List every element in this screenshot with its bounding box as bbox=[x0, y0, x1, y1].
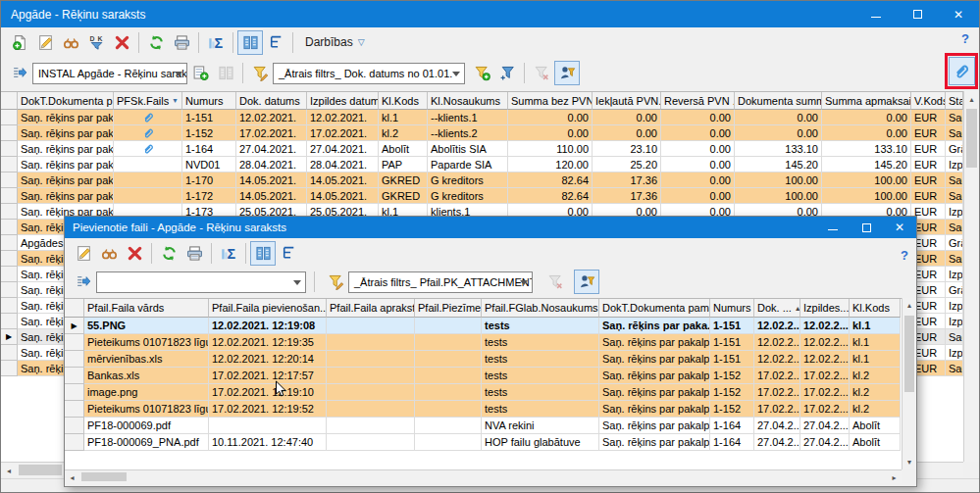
column-header[interactable]: DokT.Dokumenta p... bbox=[18, 92, 114, 110]
apply-template-button[interactable] bbox=[71, 270, 96, 294]
cell-izpildes: 27.04.2... bbox=[800, 418, 850, 434]
apply-filter-button[interactable] bbox=[494, 61, 520, 85]
table-row[interactable]: ▶55.PNG12.02.2021. 12:19:08testsSaņ. rēķ… bbox=[65, 318, 902, 334]
dialog-vertical-scrollbar[interactable]: ▴ ▾ bbox=[902, 298, 916, 469]
user-filter-button[interactable] bbox=[554, 61, 580, 85]
scroll-up-icon[interactable]: ▴ bbox=[964, 91, 979, 107]
scrollbar-thumb[interactable] bbox=[966, 109, 977, 168]
dialog-close-button[interactable]: ✕ bbox=[883, 217, 916, 238]
main-vertical-scrollbar[interactable]: ▴ bbox=[963, 91, 979, 462]
apply-template-button[interactable] bbox=[7, 61, 32, 85]
minimize-button[interactable] bbox=[855, 1, 897, 27]
clear-filter-button[interactable] bbox=[529, 61, 554, 85]
column-header[interactable]: Kl.Kods bbox=[850, 299, 901, 318]
print-button[interactable] bbox=[169, 30, 194, 55]
attachments-button-highlighted[interactable] bbox=[945, 53, 978, 89]
column-header[interactable]: Pfail.Faila apraksts bbox=[327, 299, 415, 318]
column-header[interactable]: Kl.Nosaukums bbox=[428, 92, 508, 110]
scrollbar-thumb[interactable] bbox=[81, 472, 127, 481]
edit-filter-button[interactable] bbox=[247, 61, 273, 85]
print-button[interactable] bbox=[181, 241, 207, 266]
table-row[interactable]: mērvienības.xls12.02.2021. 12:20:14tests… bbox=[65, 351, 902, 368]
table-row[interactable]: PF18-000069.pdfNVA rekiniSaņ. rēķins par… bbox=[65, 418, 902, 434]
column-header[interactable]: V.Kods bbox=[911, 92, 946, 110]
scroll-left-icon[interactable]: ◂ bbox=[1, 463, 17, 478]
column-header[interactable]: Reversā PVN ... bbox=[661, 92, 735, 110]
sum-button[interactable] bbox=[216, 241, 241, 266]
column-header[interactable]: Izpildes datums bbox=[307, 92, 379, 110]
scroll-left-icon[interactable]: ◂ bbox=[65, 470, 79, 484]
maximize-button[interactable] bbox=[897, 1, 938, 27]
table-row[interactable]: Pieteikums 01071823 līguma ...17.02.2021… bbox=[65, 401, 902, 418]
column-header[interactable]: PFSk.Fails▼ bbox=[114, 92, 182, 110]
column-header[interactable]: Summa bez PVN bbox=[508, 92, 593, 110]
dialog-template-combobox[interactable] bbox=[96, 271, 306, 293]
refresh-button[interactable] bbox=[143, 30, 169, 55]
scroll-down-icon[interactable]: ▾ bbox=[903, 455, 916, 469]
table-row[interactable]: Pieteikums 01071823 līguma ...12.02.2021… bbox=[65, 334, 902, 351]
columns-view-button[interactable] bbox=[250, 241, 276, 266]
edit-filter-button[interactable] bbox=[323, 270, 348, 294]
tree-view-button[interactable] bbox=[263, 30, 288, 55]
column-header[interactable]: Numurs bbox=[182, 92, 236, 110]
table-row[interactable]: Saņ. rēķins par paka...1-17214.05.2021.1… bbox=[1, 188, 963, 204]
template-columns-button[interactable] bbox=[213, 61, 238, 85]
column-header[interactable]: Dok. ...▲ bbox=[754, 299, 800, 318]
delete-button[interactable] bbox=[109, 30, 134, 55]
new-document-button[interactable] bbox=[7, 30, 32, 55]
table-row[interactable]: image.png17.02.2021. 12:19:10testsSaņ. r… bbox=[65, 384, 902, 401]
edit-button[interactable] bbox=[32, 30, 58, 55]
sum-button[interactable] bbox=[203, 30, 229, 55]
columns-view-button[interactable] bbox=[237, 30, 263, 55]
scroll-right-icon[interactable]: ▸ bbox=[887, 470, 902, 484]
help-icon[interactable]: ? bbox=[961, 31, 969, 46]
scroll-up-icon[interactable]: ▴ bbox=[903, 298, 916, 313]
refresh-button[interactable] bbox=[156, 241, 181, 266]
delete-button[interactable] bbox=[122, 241, 147, 266]
edit-button[interactable] bbox=[71, 241, 96, 266]
column-header[interactable]: Dok. datums bbox=[236, 92, 307, 110]
column-header[interactable]: Pfail.Faila vārds bbox=[84, 299, 209, 318]
column-header[interactable]: DokT.Dokumenta pama... bbox=[599, 299, 710, 318]
table-row[interactable]: Saņ. rēķins par paka...1-17014.05.2021.1… bbox=[1, 173, 963, 188]
column-header[interactable]: Pfail.Piezīmes bbox=[415, 299, 482, 318]
template-combobox[interactable]: INSTAL Apgāde - Rēķinu saraksts bbox=[32, 63, 187, 84]
help-icon[interactable]: ? bbox=[901, 248, 908, 263]
debit-credit-filter-button[interactable] bbox=[83, 30, 109, 55]
scrollbar-thumb[interactable] bbox=[904, 316, 914, 392]
table-row[interactable]: Saņ. rēķins par paka...1-15217.02.2021.1… bbox=[1, 125, 963, 141]
add-template-button[interactable] bbox=[187, 61, 213, 85]
table-row[interactable]: Saņ. rēķins par paka...1-16427.04.2021.2… bbox=[1, 141, 963, 157]
dialog-minimize-button[interactable] bbox=[816, 217, 850, 238]
dialog-quick-filter-combobox[interactable]: _Ātrais filtrs_ Pfail.PK_ATTACHMENT bbox=[348, 271, 533, 293]
clear-filter-button[interactable] bbox=[542, 270, 568, 294]
table-row[interactable]: Saņ. rēķins par paka...1-15112.02.2021.1… bbox=[1, 110, 963, 125]
cell-fglab: tests bbox=[482, 384, 599, 401]
column-header[interactable]: Sta bbox=[946, 92, 963, 110]
table-row[interactable]: PF18-000069_PNA.pdf10.11.2021. 12:47:40H… bbox=[65, 434, 902, 451]
add-filter-button[interactable] bbox=[469, 61, 494, 85]
filter-down-icon[interactable]: ▼ bbox=[172, 97, 179, 104]
view-button[interactable] bbox=[58, 30, 83, 55]
column-header[interactable]: Summa apmaksai bbox=[822, 92, 911, 110]
dialog-maximize-button[interactable] bbox=[850, 217, 883, 238]
column-header[interactable]: Kl.Kods bbox=[379, 92, 428, 110]
table-row[interactable]: Saņ. rēķins par paka...NVD0128.04.2021.2… bbox=[1, 157, 963, 173]
cell-doc: Saņ. rēķins par paka... bbox=[18, 173, 114, 188]
tree-view-button[interactable] bbox=[276, 241, 301, 266]
column-header[interactable]: Numurs▲ bbox=[710, 299, 754, 318]
column-header[interactable]: Pfail.Faila pievienošan... bbox=[209, 299, 327, 318]
dialog-horizontal-scrollbar[interactable]: ◂ ▸ bbox=[65, 469, 902, 483]
row-gutter bbox=[1, 188, 18, 204]
view-button[interactable] bbox=[96, 241, 122, 266]
column-header[interactable]: Pfail.FGlab.Nosaukums bbox=[482, 299, 599, 318]
column-header[interactable]: Dokumenta summa bbox=[735, 92, 822, 110]
column-header[interactable]: Izpildes... bbox=[800, 299, 850, 318]
quick-filter-combobox[interactable]: _Ātrais filtrs_ Dok. datums no 01.01. bbox=[273, 63, 465, 84]
user-filter-button[interactable] bbox=[574, 270, 599, 294]
table-row[interactable]: Bankas.xls17.02.2021. 12:17:57testsSaņ. … bbox=[65, 368, 902, 384]
scrollbar-thumb[interactable] bbox=[19, 465, 62, 475]
darbibas-menu[interactable]: Darbības ▽ bbox=[305, 35, 365, 49]
column-header[interactable]: Iekļautā PVN... bbox=[593, 92, 661, 110]
close-button[interactable]: ✕ bbox=[938, 1, 979, 27]
